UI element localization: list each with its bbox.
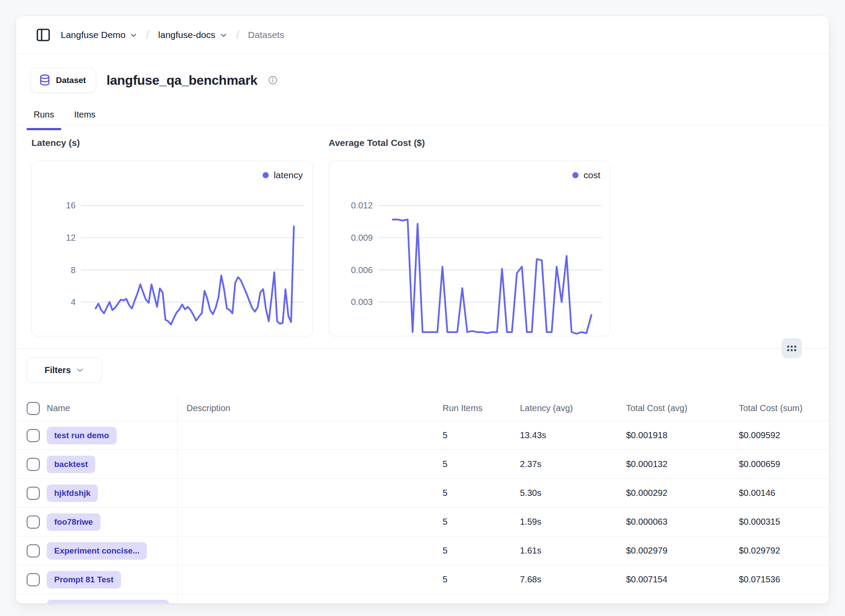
latency-chart: 161284 latency (31, 161, 313, 336)
breadcrumb: Langfuse Demo / langfuse-docs / Datasets (16, 16, 829, 54)
run-name-badge[interactable]: test run demo (47, 427, 117, 444)
run-name-badge[interactable]: Experiment concise... (47, 542, 147, 560)
cell-total-cost-avg: $0.000132 (626, 459, 739, 469)
row-checkbox[interactable] (27, 429, 40, 442)
breadcrumb-page[interactable]: Datasets (248, 30, 284, 40)
chevron-down-icon (76, 366, 84, 374)
cell-total-cost-avg: $0.002979 (626, 546, 739, 556)
cell-total-cost-sum: $0.009592 (739, 430, 829, 440)
legend-label: cost (583, 170, 600, 180)
project-label: langfuse-docs (158, 30, 215, 40)
column-header-description: Description (177, 396, 443, 421)
cell-description (177, 479, 443, 507)
breadcrumb-separator: / (146, 28, 149, 42)
cell-latency-avg: 5.30s (520, 488, 626, 498)
filters-label: Filters (45, 365, 71, 375)
svg-text:16: 16 (66, 201, 76, 210)
table-row: hjkfdshjk55.30s$0.000292$0.00146 (16, 479, 829, 508)
cost-chart-title: Average Total Cost ($) (329, 138, 425, 148)
section-divider (16, 348, 829, 349)
column-header-latency-avg: Latency (avg) (520, 403, 626, 413)
run-name-badge[interactable] (47, 600, 169, 604)
row-checkbox[interactable] (27, 573, 40, 586)
svg-text:0.003: 0.003 (351, 297, 373, 307)
runs-table: Name Description Run Items Latency (avg)… (16, 396, 829, 604)
table-row: Prompt 81 Test57.68s$0.007154$0.071536 (16, 565, 829, 594)
cell-total-cost-avg: $0.001918 (626, 430, 739, 440)
column-header-name: Name (47, 403, 177, 413)
filters-button[interactable]: Filters (27, 357, 102, 383)
select-all-checkbox[interactable] (27, 402, 40, 415)
table-body: test run demo513.43s$0.001918$0.009592ba… (16, 421, 829, 594)
cell-total-cost-sum: $0.029792 (739, 546, 829, 556)
cell-latency-avg: 2.37s (520, 459, 626, 469)
dataset-header: Dataset langfuse_qa_benchmark (31, 68, 278, 93)
legend-dot-icon (263, 172, 269, 178)
svg-text:8: 8 (71, 265, 76, 275)
resize-drag-handle[interactable] (782, 338, 802, 358)
row-checkbox[interactable] (27, 458, 40, 471)
cell-latency-avg: 1.61s (520, 546, 626, 556)
cell-latency-avg: 1.59s (520, 517, 626, 527)
database-icon (39, 74, 51, 86)
cell-latency-avg: 7.68s (520, 574, 626, 585)
cell-total-cost-sum: $0.000659 (739, 459, 829, 469)
cell-run-items: 5 (443, 459, 520, 469)
cost-legend: cost (572, 170, 600, 180)
sidebar-toggle-button[interactable] (35, 26, 52, 44)
chevron-down-icon (220, 31, 227, 39)
tab-runs[interactable]: Runs (27, 105, 61, 129)
cell-total-cost-sum: $0.000315 (739, 517, 829, 527)
org-label: Langfuse Demo (61, 30, 125, 40)
tab-bar-divider (16, 125, 829, 125)
panel-left-icon (35, 27, 51, 43)
cell-run-items: 5 (443, 546, 520, 556)
row-checkbox[interactable] (27, 544, 40, 557)
row-checkbox[interactable] (27, 487, 40, 500)
cell-total-cost-avg: $0.000292 (626, 488, 739, 498)
run-name-badge[interactable]: Prompt 81 Test (47, 571, 121, 588)
cell-description (177, 450, 443, 478)
cell-description (177, 565, 443, 594)
latency-legend: latency (263, 170, 303, 180)
breadcrumb-org[interactable]: Langfuse Demo (61, 30, 137, 40)
cell-total-cost-sum: $0.00146 (739, 488, 829, 498)
breadcrumb-separator: / (236, 28, 239, 42)
run-name-badge[interactable]: hjkfdshjk (47, 484, 98, 502)
cell-run-items: 5 (443, 517, 520, 527)
latency-line (96, 226, 294, 325)
cost-line (393, 219, 592, 333)
cell-description (177, 421, 443, 450)
legend-dot-icon (572, 172, 578, 178)
cell-total-cost-avg: $0.000063 (626, 517, 739, 527)
legend-label: latency (274, 170, 303, 180)
run-name-badge[interactable]: backtest (47, 456, 95, 473)
run-name-badge[interactable]: foo78riwe (47, 513, 100, 531)
latency-chart-plot: 161284 (32, 161, 312, 336)
table-row: test run demo513.43s$0.001918$0.009592 (16, 421, 829, 450)
main-panel: Langfuse Demo / langfuse-docs / Datasets… (16, 16, 829, 604)
info-icon[interactable] (268, 75, 278, 85)
cell-latency-avg: 13.43s (520, 430, 626, 440)
column-header-total-cost-avg: Total Cost (avg) (626, 403, 739, 413)
cell-description (177, 508, 443, 536)
cost-chart: 0.0120.0090.0060.003 cost (329, 161, 610, 336)
page-title: langfuse_qa_benchmark (107, 73, 258, 88)
row-checkbox[interactable] (27, 516, 40, 529)
table-header-row: Name Description Run Items Latency (avg)… (16, 396, 829, 421)
cell-description (177, 536, 443, 565)
table-row: Experiment concise...51.61s$0.002979$0.0… (16, 536, 829, 565)
svg-text:4: 4 (71, 297, 76, 307)
breadcrumb-project[interactable]: langfuse-docs (158, 30, 227, 40)
cell-total-cost-avg: $0.007154 (626, 574, 739, 585)
cell-total-cost-sum: $0.071536 (739, 574, 829, 585)
table-row: foo78riwe51.59s$0.000063$0.000315 (16, 508, 829, 536)
svg-text:12: 12 (66, 233, 76, 242)
cell-run-items: 5 (443, 574, 520, 585)
column-header-run-items: Run Items (443, 403, 520, 413)
dataset-type-badge: Dataset (31, 68, 96, 93)
tab-items[interactable]: Items (67, 105, 103, 129)
table-row-partial (16, 594, 829, 604)
cell-run-items: 5 (443, 488, 520, 498)
grid-dots-icon (786, 345, 797, 352)
